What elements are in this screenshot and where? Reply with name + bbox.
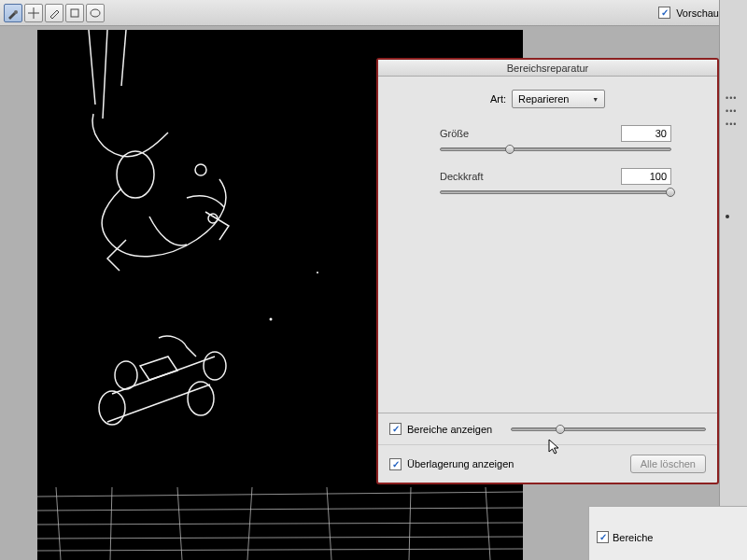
panel-title: Bereichsreparatur: [378, 60, 717, 77]
rail-handle-icon[interactable]: •••: [720, 118, 747, 131]
delete-all-button[interactable]: Alle löschen: [630, 455, 706, 473]
opacity-value[interactable]: 100: [621, 168, 671, 185]
svg-point-4: [91, 9, 100, 17]
ellipse-tool-icon[interactable]: [86, 4, 105, 22]
main-toolbar: Vorschau: [0, 0, 747, 26]
side-rail: ••• ••• •••: [719, 0, 747, 560]
size-slider-thumb[interactable]: [505, 145, 514, 154]
show-areas-checkbox[interactable]: [389, 423, 402, 435]
opacity-slider-thumb[interactable]: [666, 188, 675, 197]
crosshair-tool-icon[interactable]: [24, 4, 43, 22]
type-value: Reparieren: [518, 93, 569, 105]
opacity-slider[interactable]: [440, 190, 671, 194]
type-label: Art:: [490, 93, 506, 105]
show-overlay-checkbox[interactable]: [389, 458, 402, 470]
areas-slider-thumb[interactable]: [556, 425, 565, 434]
size-slider[interactable]: [440, 147, 671, 151]
repair-panel: Bereichsreparatur Art: Reparieren Größe …: [376, 58, 719, 484]
svg-point-0: [14, 10, 18, 14]
size-value[interactable]: 30: [621, 125, 671, 142]
rail-handle-icon[interactable]: •••: [720, 91, 747, 105]
preview-checkbox[interactable]: [658, 7, 670, 19]
svg-point-14: [317, 272, 318, 273]
svg-rect-3: [71, 9, 78, 17]
rail-handle-icon[interactable]: •••: [720, 105, 747, 118]
br-areas-checkbox[interactable]: [597, 531, 609, 543]
br-areas-label: Bereiche: [613, 532, 653, 543]
areas-slider[interactable]: [511, 427, 706, 431]
pen-tool-icon[interactable]: [45, 4, 63, 22]
brush-tool-icon[interactable]: [4, 4, 22, 22]
show-areas-label: Bereiche anzeigen: [407, 424, 492, 435]
bottom-right-panel: Bereiche: [588, 506, 747, 560]
type-dropdown[interactable]: Reparieren: [512, 90, 605, 108]
preview-label: Vorschau: [676, 7, 719, 19]
opacity-label: Deckkraft: [440, 171, 621, 182]
show-overlay-label: Überlagerung anzeigen: [407, 458, 514, 469]
rect-tool-icon[interactable]: [65, 4, 84, 22]
size-label: Größe: [440, 128, 621, 139]
svg-point-13: [270, 318, 273, 321]
